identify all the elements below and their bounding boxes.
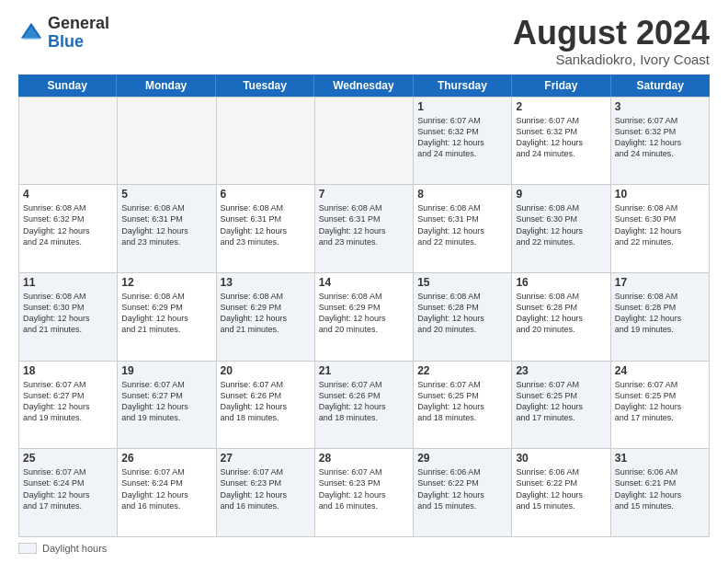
day-number: 19 [121, 364, 211, 377]
day-info: Sunrise: 6:08 AM Sunset: 6:31 PM Dayligh… [221, 202, 311, 247]
day-info: Sunrise: 6:06 AM Sunset: 6:21 PM Dayligh… [615, 466, 705, 511]
calendar-day-16: 16Sunrise: 6:08 AM Sunset: 6:28 PM Dayli… [512, 273, 610, 362]
day-number: 2 [516, 100, 606, 113]
day-number: 5 [121, 188, 211, 201]
logo: General Blue [18, 15, 109, 52]
day-info: Sunrise: 6:08 AM Sunset: 6:28 PM Dayligh… [516, 291, 606, 336]
day-number: 30 [516, 452, 606, 465]
day-info: Sunrise: 6:08 AM Sunset: 6:32 PM Dayligh… [23, 202, 113, 247]
calendar-day-24: 24Sunrise: 6:07 AM Sunset: 6:25 PM Dayli… [611, 362, 710, 450]
weekday-header-monday: Monday [117, 75, 215, 97]
logo-text: General Blue [48, 15, 109, 52]
day-info: Sunrise: 6:06 AM Sunset: 6:22 PM Dayligh… [516, 466, 606, 511]
calendar-day-15: 15Sunrise: 6:08 AM Sunset: 6:28 PM Dayli… [414, 273, 512, 362]
calendar-day-29: 29Sunrise: 6:06 AM Sunset: 6:22 PM Dayli… [414, 449, 512, 537]
day-number: 16 [516, 276, 606, 289]
title-location: Sankadiokro, Ivory Coast [513, 52, 710, 67]
day-info: Sunrise: 6:06 AM Sunset: 6:22 PM Dayligh… [417, 466, 507, 511]
calendar-day-31: 31Sunrise: 6:06 AM Sunset: 6:21 PM Dayli… [611, 449, 710, 537]
day-info: Sunrise: 6:07 AM Sunset: 6:25 PM Dayligh… [417, 379, 507, 424]
day-number: 4 [23, 188, 113, 201]
calendar: SundayMondayTuesdayWednesdayThursdayFrid… [18, 75, 710, 537]
day-info: Sunrise: 6:07 AM Sunset: 6:26 PM Dayligh… [319, 379, 409, 424]
calendar-day-30: 30Sunrise: 6:06 AM Sunset: 6:22 PM Dayli… [512, 449, 610, 537]
day-info: Sunrise: 6:08 AM Sunset: 6:29 PM Dayligh… [221, 291, 311, 336]
weekday-header-tuesday: Tuesday [216, 75, 314, 97]
logo-blue: Blue [48, 33, 109, 52]
footer: Daylight hours [18, 543, 710, 554]
day-info: Sunrise: 6:08 AM Sunset: 6:29 PM Dayligh… [319, 291, 409, 336]
calendar-body: 1Sunrise: 6:07 AM Sunset: 6:32 PM Daylig… [18, 97, 710, 537]
calendar-day-4: 4Sunrise: 6:08 AM Sunset: 6:32 PM Daylig… [19, 185, 118, 273]
day-number: 28 [319, 452, 409, 465]
day-info: Sunrise: 6:07 AM Sunset: 6:26 PM Dayligh… [221, 379, 311, 424]
calendar-day-23: 23Sunrise: 6:07 AM Sunset: 6:25 PM Dayli… [512, 362, 610, 450]
day-info: Sunrise: 6:07 AM Sunset: 6:32 PM Dayligh… [417, 115, 507, 160]
day-info: Sunrise: 6:07 AM Sunset: 6:23 PM Dayligh… [221, 466, 311, 511]
day-number: 6 [221, 188, 311, 201]
day-info: Sunrise: 6:07 AM Sunset: 6:25 PM Dayligh… [615, 379, 705, 424]
calendar-row: 25Sunrise: 6:07 AM Sunset: 6:24 PM Dayli… [19, 449, 710, 537]
calendar-header: SundayMondayTuesdayWednesdayThursdayFrid… [18, 75, 710, 97]
daylight-label: Daylight hours [42, 543, 107, 554]
calendar-day-28: 28Sunrise: 6:07 AM Sunset: 6:23 PM Dayli… [315, 449, 414, 537]
day-info: Sunrise: 6:08 AM Sunset: 6:28 PM Dayligh… [615, 291, 705, 336]
calendar-day-14: 14Sunrise: 6:08 AM Sunset: 6:29 PM Dayli… [315, 273, 414, 362]
day-info: Sunrise: 6:07 AM Sunset: 6:27 PM Dayligh… [23, 379, 113, 424]
calendar-day-8: 8Sunrise: 6:08 AM Sunset: 6:31 PM Daylig… [414, 185, 512, 273]
calendar-day-6: 6Sunrise: 6:08 AM Sunset: 6:31 PM Daylig… [217, 185, 315, 273]
calendar-day-25: 25Sunrise: 6:07 AM Sunset: 6:24 PM Dayli… [19, 449, 118, 537]
calendar-day-21: 21Sunrise: 6:07 AM Sunset: 6:26 PM Dayli… [315, 362, 414, 450]
calendar-row: 11Sunrise: 6:08 AM Sunset: 6:30 PM Dayli… [19, 273, 710, 362]
calendar-day-27: 27Sunrise: 6:07 AM Sunset: 6:23 PM Dayli… [217, 449, 315, 537]
calendar-day-20: 20Sunrise: 6:07 AM Sunset: 6:26 PM Dayli… [217, 362, 315, 450]
day-number: 10 [615, 188, 705, 201]
day-info: Sunrise: 6:08 AM Sunset: 6:31 PM Dayligh… [319, 202, 409, 247]
page: General Blue August 2024 Sankadiokro, Iv… [0, 0, 728, 563]
day-info: Sunrise: 6:07 AM Sunset: 6:25 PM Dayligh… [516, 379, 606, 424]
calendar-day-2: 2Sunrise: 6:07 AM Sunset: 6:32 PM Daylig… [512, 98, 610, 186]
day-number: 29 [417, 452, 507, 465]
calendar-day-empty [19, 98, 118, 186]
day-info: Sunrise: 6:08 AM Sunset: 6:30 PM Dayligh… [615, 202, 705, 247]
day-number: 27 [221, 452, 311, 465]
header: General Blue August 2024 Sankadiokro, Iv… [18, 15, 710, 67]
calendar-day-18: 18Sunrise: 6:07 AM Sunset: 6:27 PM Dayli… [19, 362, 118, 450]
day-number: 1 [417, 100, 507, 113]
weekday-header-saturday: Saturday [611, 75, 710, 97]
weekday-header-wednesday: Wednesday [314, 75, 413, 97]
day-number: 15 [417, 276, 507, 289]
day-number: 9 [516, 188, 606, 201]
calendar-day-12: 12Sunrise: 6:08 AM Sunset: 6:29 PM Dayli… [118, 273, 216, 362]
calendar-day-empty [217, 98, 315, 186]
day-number: 11 [23, 276, 113, 289]
logo-general: General [48, 15, 109, 33]
day-number: 8 [417, 188, 507, 201]
calendar-row: 1Sunrise: 6:07 AM Sunset: 6:32 PM Daylig… [19, 98, 710, 186]
calendar-day-22: 22Sunrise: 6:07 AM Sunset: 6:25 PM Dayli… [414, 362, 512, 450]
weekday-header-friday: Friday [512, 75, 610, 97]
day-number: 18 [23, 364, 113, 377]
calendar-day-17: 17Sunrise: 6:08 AM Sunset: 6:28 PM Dayli… [611, 273, 710, 362]
day-number: 23 [516, 364, 606, 377]
weekday-header-sunday: Sunday [18, 75, 117, 97]
title-block: August 2024 Sankadiokro, Ivory Coast [513, 15, 710, 67]
daylight-swatch [18, 543, 37, 554]
day-info: Sunrise: 6:07 AM Sunset: 6:24 PM Dayligh… [23, 466, 113, 511]
day-number: 13 [221, 276, 311, 289]
day-info: Sunrise: 6:08 AM Sunset: 6:31 PM Dayligh… [417, 202, 507, 247]
day-number: 3 [615, 100, 705, 113]
day-number: 21 [319, 364, 409, 377]
day-number: 24 [615, 364, 705, 377]
calendar-day-10: 10Sunrise: 6:08 AM Sunset: 6:30 PM Dayli… [611, 185, 710, 273]
calendar-day-19: 19Sunrise: 6:07 AM Sunset: 6:27 PM Dayli… [118, 362, 216, 450]
calendar-day-empty [315, 98, 414, 186]
day-info: Sunrise: 6:08 AM Sunset: 6:28 PM Dayligh… [417, 291, 507, 336]
day-info: Sunrise: 6:07 AM Sunset: 6:24 PM Dayligh… [121, 466, 211, 511]
calendar-day-7: 7Sunrise: 6:08 AM Sunset: 6:31 PM Daylig… [315, 185, 414, 273]
calendar-day-26: 26Sunrise: 6:07 AM Sunset: 6:24 PM Dayli… [118, 449, 216, 537]
calendar-day-9: 9Sunrise: 6:08 AM Sunset: 6:30 PM Daylig… [512, 185, 610, 273]
day-info: Sunrise: 6:08 AM Sunset: 6:30 PM Dayligh… [23, 291, 113, 336]
day-info: Sunrise: 6:07 AM Sunset: 6:32 PM Dayligh… [516, 115, 606, 160]
title-month: August 2024 [513, 15, 710, 52]
